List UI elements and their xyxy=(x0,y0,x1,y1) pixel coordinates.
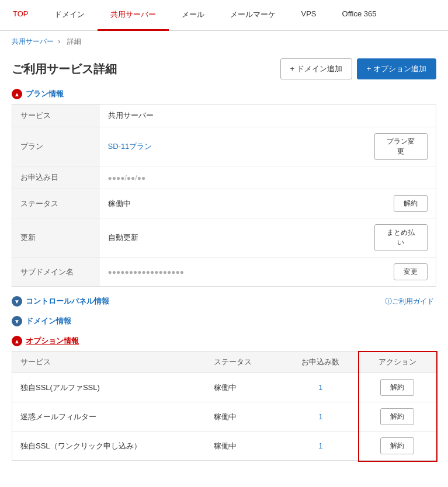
option-table-row: 独自SSL（ワンクリック申し込み）稼働中1解約 xyxy=(12,432,436,461)
control-section-header[interactable]: ▼ コントロールパネル情報 xyxy=(12,296,109,307)
option-action-button[interactable]: 解約 xyxy=(380,408,414,425)
plan-table-row: お申込み日●●●●/●●/●● xyxy=(12,166,436,189)
option-service: 迷惑メールフィルター xyxy=(12,402,206,432)
page-header: ご利用サービス詳細 + ドメイン追加 + オプション追加 xyxy=(0,53,448,89)
option-service: 独自SSL(アルファSSL) xyxy=(12,373,206,402)
breadcrumb-parent[interactable]: 共用サーバー xyxy=(12,37,54,46)
option-count: 1 xyxy=(282,402,359,432)
nav-item-メールマーケ[interactable]: メールマーケ xyxy=(217,0,289,30)
plan-row-action xyxy=(366,105,436,127)
control-section: ▼ コントロールパネル情報 ⓘご利用ガイド xyxy=(12,296,436,307)
nav-item-メール[interactable]: メール xyxy=(169,0,217,30)
header-buttons: + ドメイン追加 + オプション追加 xyxy=(280,58,436,79)
option-action-cell: 解約 xyxy=(359,373,436,402)
plan-row-value: ●●●●/●●/●● xyxy=(100,166,366,189)
plan-table-row: ステータス稼働中解約 xyxy=(12,189,436,218)
option-section: ▲ オプション情報 サービスステータスお申込み数アクション 独自SSL(アルファ… xyxy=(12,336,436,461)
option-table-row: 独自SSL(アルファSSL)稼働中1解約 xyxy=(12,373,436,402)
plan-row-value: 自動更新 xyxy=(100,218,366,258)
nav-item-Office 365[interactable]: Office 365 xyxy=(329,0,390,30)
plan-value-link[interactable]: SD-11プラン xyxy=(108,142,152,151)
plan-action-button[interactable]: まとめ払い xyxy=(374,224,428,251)
option-service: 独自SSL（ワンクリック申し込み） xyxy=(12,432,206,461)
option-action-button[interactable]: 解約 xyxy=(380,437,414,454)
domain-section-title: ドメイン情報 xyxy=(26,316,71,326)
plan-row-action: 解約 xyxy=(366,189,436,218)
plan-action-button[interactable]: 解約 xyxy=(394,195,428,212)
domain-add-button[interactable]: + ドメイン追加 xyxy=(280,58,352,79)
plan-table-row: 更新自動更新まとめ払い xyxy=(12,218,436,258)
control-section-title: コントロールパネル情報 xyxy=(26,296,109,307)
option-info-table: サービスステータスお申込み数アクション 独自SSL(アルファSSL)稼働中1解約… xyxy=(12,351,436,461)
option-section-title: オプション情報 xyxy=(26,336,79,346)
domain-section: ▼ ドメイン情報 xyxy=(12,316,436,326)
plan-section-title: プラン情報 xyxy=(26,89,64,99)
option-toggle-icon: ▲ xyxy=(12,336,22,346)
plan-row-action: 変更 xyxy=(366,258,436,287)
nav-item-ドメイン[interactable]: ドメイン xyxy=(41,0,98,30)
option-col-header: ステータス xyxy=(206,352,282,373)
plan-table-row: プランSD-11プランプラン変更 xyxy=(12,127,436,166)
plan-row-value: ●●●●●●●●●●●●●●●●●● xyxy=(100,258,366,287)
option-action-cell: 解約 xyxy=(359,432,436,461)
top-navigation: TOPドメイン共用サーバーメールメールマーケVPSOffice 365 xyxy=(0,0,448,31)
breadcrumb-current: 詳細 xyxy=(67,37,81,46)
plan-row-label: サービス xyxy=(12,105,100,127)
option-section-header[interactable]: ▲ オプション情報 xyxy=(12,336,436,346)
plan-row-value: 共用サーバー xyxy=(100,105,366,127)
option-col-header: アクション xyxy=(359,352,436,373)
page-title: ご利用サービス詳細 xyxy=(12,61,117,77)
plan-action-button[interactable]: 変更 xyxy=(394,263,428,280)
plan-action-button[interactable]: プラン変更 xyxy=(374,133,428,160)
domain-section-header[interactable]: ▼ ドメイン情報 xyxy=(12,316,436,326)
breadcrumb-separator: › xyxy=(58,37,62,46)
plan-row-action xyxy=(366,166,436,189)
nav-item-TOP[interactable]: TOP xyxy=(0,0,41,30)
plan-row-value: SD-11プラン xyxy=(100,127,366,166)
plan-section-header[interactable]: ▲ プラン情報 xyxy=(12,89,436,99)
breadcrumb: 共用サーバー › 詳細 xyxy=(0,31,448,53)
plan-table-row: サブドメイン名●●●●●●●●●●●●●●●●●●変更 xyxy=(12,258,436,287)
nav-item-VPS[interactable]: VPS xyxy=(289,0,329,30)
option-col-header: サービス xyxy=(12,352,206,373)
plan-row-action: プラン変更 xyxy=(366,127,436,166)
plan-table-row: サービス共用サーバー xyxy=(12,105,436,127)
option-add-button[interactable]: + オプション追加 xyxy=(357,58,436,79)
option-action-button[interactable]: 解約 xyxy=(380,379,414,396)
plan-info-table: サービス共用サーバープランSD-11プランプラン変更お申込み日●●●●/●●/●… xyxy=(12,104,436,287)
option-count: 1 xyxy=(282,373,359,402)
option-table-row: 迷惑メールフィルター稼働中1解約 xyxy=(12,402,436,432)
domain-toggle-icon: ▼ xyxy=(12,316,22,326)
option-status: 稼働中 xyxy=(206,432,282,461)
plan-row-label: お申込み日 xyxy=(12,166,100,189)
nav-item-共用サーバー[interactable]: 共用サーバー xyxy=(98,0,169,31)
control-toggle-icon: ▼ xyxy=(12,296,22,307)
option-col-header: お申込み数 xyxy=(282,352,359,373)
plan-row-value: 稼働中 xyxy=(100,189,366,218)
plan-row-label: ステータス xyxy=(12,189,100,218)
option-status: 稼働中 xyxy=(206,402,282,432)
option-status: 稼働中 xyxy=(206,373,282,402)
plan-row-label: サブドメイン名 xyxy=(12,258,100,287)
plan-row-label: 更新 xyxy=(12,218,100,258)
option-count: 1 xyxy=(282,432,359,461)
usage-guide-link[interactable]: ⓘご利用ガイド xyxy=(385,297,436,307)
option-action-cell: 解約 xyxy=(359,402,436,432)
plan-section: ▲ プラン情報 サービス共用サーバープランSD-11プランプラン変更お申込み日●… xyxy=(12,89,436,287)
plan-row-action: まとめ払い xyxy=(366,218,436,258)
plan-toggle-icon: ▲ xyxy=(12,89,22,99)
plan-row-label: プラン xyxy=(12,127,100,166)
